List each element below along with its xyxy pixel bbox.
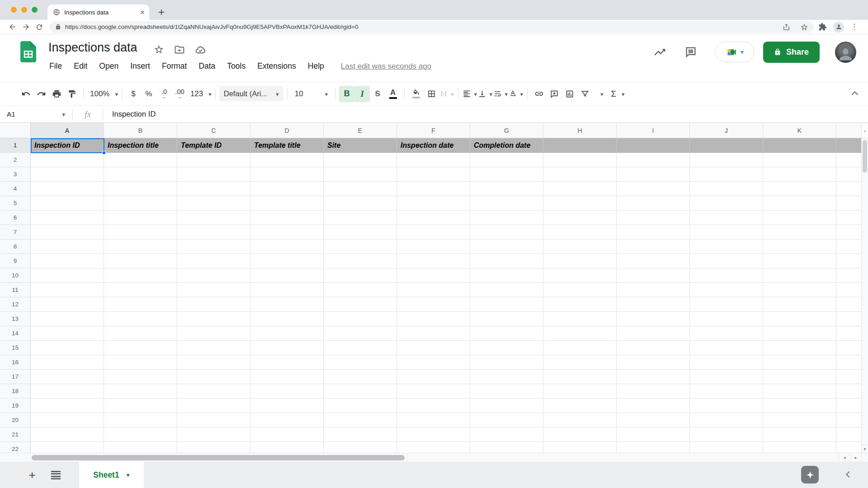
row-header-5[interactable]: 5 (0, 196, 31, 211)
cell-K1[interactable] (763, 138, 836, 153)
cell-C9[interactable] (177, 254, 250, 268)
font-size-select[interactable]: 10 (291, 89, 331, 99)
cell-B22[interactable] (104, 442, 177, 453)
cell-A15[interactable] (31, 341, 104, 355)
collapse-panel-icon[interactable] (844, 469, 854, 479)
document-title[interactable]: Inspections data (48, 41, 137, 55)
cell-D2[interactable] (250, 153, 324, 167)
cell-J8[interactable] (690, 239, 763, 254)
cell-C6[interactable] (177, 211, 250, 225)
cell-F13[interactable] (397, 312, 470, 326)
row-header-18[interactable]: 18 (0, 384, 31, 399)
cell-H14[interactable] (543, 326, 617, 341)
merge-cells-button[interactable] (439, 86, 454, 102)
cell-I18[interactable] (617, 384, 690, 399)
cell-E7[interactable] (324, 225, 397, 239)
cell-B5[interactable] (104, 196, 177, 211)
cell-G14[interactable] (470, 326, 543, 341)
grid-corner[interactable] (0, 123, 31, 138)
row-header-17[interactable]: 17 (0, 370, 31, 384)
cell-B7[interactable] (104, 225, 177, 239)
cell-L1[interactable] (836, 138, 861, 153)
cell-I19[interactable] (617, 399, 690, 413)
cell-F15[interactable] (397, 341, 470, 355)
decrease-decimal-button[interactable]: .0← (156, 86, 172, 102)
cell-K16[interactable] (763, 355, 836, 370)
row-header-8[interactable]: 8 (0, 239, 31, 254)
cell-F22[interactable] (397, 442, 470, 453)
cell-A11[interactable] (31, 283, 104, 297)
cell-E6[interactable] (324, 211, 397, 225)
cell-I6[interactable] (617, 211, 690, 225)
cell-H17[interactable] (543, 370, 617, 384)
cell-C17[interactable] (177, 370, 250, 384)
cell-J13[interactable] (690, 312, 763, 326)
cell-J19[interactable] (690, 399, 763, 413)
cell-H8[interactable] (543, 239, 617, 254)
cell-K13[interactable] (763, 312, 836, 326)
cell-I1[interactable] (617, 138, 690, 153)
cell-I12[interactable] (617, 297, 690, 312)
cell-A1[interactable]: Inspection ID (31, 138, 104, 153)
cell-B4[interactable] (104, 182, 177, 196)
all-sheets-button[interactable] (48, 467, 63, 483)
cell-B8[interactable] (104, 239, 177, 254)
cell-J2[interactable] (690, 153, 763, 167)
cell-A8[interactable] (31, 239, 104, 254)
scroll-left-icon[interactable] (839, 453, 850, 462)
cell-L4[interactable] (836, 182, 861, 196)
cell-B12[interactable] (104, 297, 177, 312)
zoom-select[interactable]: 100% (87, 86, 118, 102)
cell-I8[interactable] (617, 239, 690, 254)
row-header-16[interactable]: 16 (0, 355, 31, 370)
cell-G10[interactable] (470, 268, 543, 283)
scroll-right-icon[interactable] (850, 453, 861, 462)
cell-A13[interactable] (31, 312, 104, 326)
cell-J21[interactable] (690, 427, 763, 442)
cell-D14[interactable] (250, 326, 324, 341)
cell-L9[interactable] (836, 254, 861, 268)
cell-E21[interactable] (324, 427, 397, 442)
cell-K12[interactable] (763, 297, 836, 312)
cell-E17[interactable] (324, 370, 397, 384)
row-header-11[interactable]: 11 (0, 283, 31, 297)
cell-E5[interactable] (324, 196, 397, 211)
cell-G1[interactable]: Completion date (470, 138, 543, 153)
cell-I3[interactable] (617, 167, 690, 182)
cell-F18[interactable] (397, 384, 470, 399)
cell-J7[interactable] (690, 225, 763, 239)
cell-E22[interactable] (324, 442, 397, 453)
cell-B9[interactable] (104, 254, 177, 268)
cell-E18[interactable] (324, 384, 397, 399)
row-header-7[interactable]: 7 (0, 225, 31, 239)
collapse-toolbar-button[interactable] (850, 89, 860, 99)
cell-G21[interactable] (470, 427, 543, 442)
cell-D12[interactable] (250, 297, 324, 312)
cell-H16[interactable] (543, 355, 617, 370)
cell-G6[interactable] (470, 211, 543, 225)
cell-C10[interactable] (177, 268, 250, 283)
cell-J18[interactable] (690, 384, 763, 399)
cell-H13[interactable] (543, 312, 617, 326)
cell-A22[interactable] (31, 442, 104, 453)
cell-I22[interactable] (617, 442, 690, 453)
cell-C18[interactable] (177, 384, 250, 399)
menu-tools[interactable]: Tools (221, 60, 251, 72)
column-header-g[interactable]: G (470, 123, 543, 138)
cell-J20[interactable] (690, 413, 763, 427)
row-header-10[interactable]: 10 (0, 268, 31, 283)
cell-A14[interactable] (31, 326, 104, 341)
cell-I21[interactable] (617, 427, 690, 442)
cell-K3[interactable] (763, 167, 836, 182)
insert-link-button[interactable] (531, 86, 547, 102)
cell-B19[interactable] (104, 399, 177, 413)
cell-F5[interactable] (397, 196, 470, 211)
fill-color-button[interactable] (408, 86, 424, 102)
cell-F10[interactable] (397, 268, 470, 283)
cell-B10[interactable] (104, 268, 177, 283)
paint-format-button[interactable] (64, 86, 80, 102)
cell-F16[interactable] (397, 355, 470, 370)
cell-A10[interactable] (31, 268, 104, 283)
menu-data[interactable]: Data (193, 60, 221, 72)
cell-A2[interactable] (31, 153, 104, 167)
